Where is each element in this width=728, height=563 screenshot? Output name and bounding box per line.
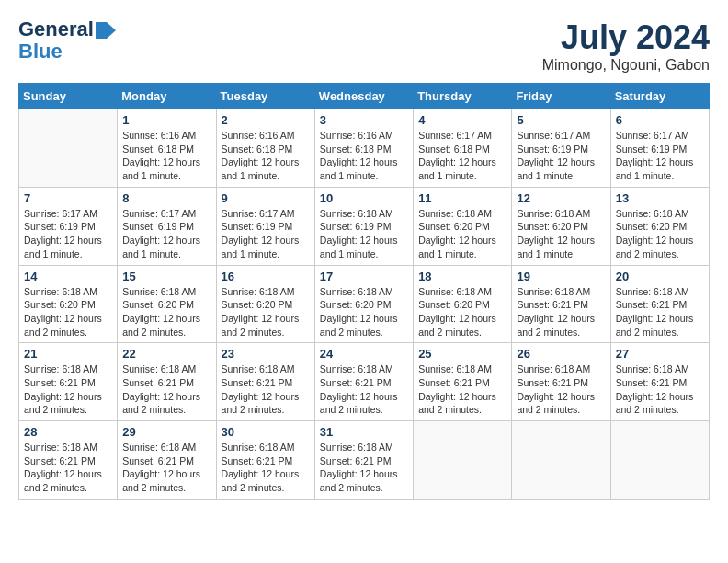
day-number: 15 xyxy=(122,270,210,283)
day-info: Sunrise: 6:18 AMSunset: 6:20 PMDaylight:… xyxy=(418,207,506,261)
calendar-cell xyxy=(19,109,118,188)
day-number: 21 xyxy=(24,347,112,361)
calendar-cell: 14Sunrise: 6:18 AMSunset: 6:20 PMDayligh… xyxy=(19,265,118,343)
calendar-cell: 26Sunrise: 6:18 AMSunset: 6:21 PMDayligh… xyxy=(512,343,610,421)
day-number: 6 xyxy=(616,113,704,127)
day-info: Sunrise: 6:18 AMSunset: 6:21 PMDaylight:… xyxy=(616,362,704,417)
logo-text: General xyxy=(18,18,94,40)
day-info: Sunrise: 6:18 AMSunset: 6:20 PMDaylight:… xyxy=(222,285,310,339)
weekday-header: Friday xyxy=(512,84,610,109)
day-info: Sunrise: 6:17 AMSunset: 6:19 PMDaylight:… xyxy=(222,207,310,261)
day-number: 8 xyxy=(122,191,210,205)
day-info: Sunrise: 6:16 AMSunset: 6:18 PMDaylight:… xyxy=(320,129,408,183)
calendar-cell: 17Sunrise: 6:18 AMSunset: 6:20 PMDayligh… xyxy=(314,265,413,343)
day-number: 9 xyxy=(222,191,310,205)
svg-marker-0 xyxy=(96,22,116,39)
calendar-cell xyxy=(512,421,610,500)
calendar-cell: 1Sunrise: 6:16 AMSunset: 6:18 PMDaylight… xyxy=(118,109,216,188)
day-number: 12 xyxy=(517,191,605,205)
header: General Blue July 2024 Mimongo, Ngouni, … xyxy=(18,18,710,74)
calendar-cell: 10Sunrise: 6:18 AMSunset: 6:19 PMDayligh… xyxy=(314,187,413,265)
day-info: Sunrise: 6:18 AMSunset: 6:19 PMDaylight:… xyxy=(320,207,408,261)
calendar-cell: 8Sunrise: 6:17 AMSunset: 6:19 PMDaylight… xyxy=(118,187,216,265)
day-info: Sunrise: 6:18 AMSunset: 6:21 PMDaylight:… xyxy=(24,362,112,417)
day-info: Sunrise: 6:18 AMSunset: 6:20 PMDaylight:… xyxy=(517,207,605,261)
day-info: Sunrise: 6:18 AMSunset: 6:20 PMDaylight:… xyxy=(24,285,112,339)
calendar-cell: 15Sunrise: 6:18 AMSunset: 6:20 PMDayligh… xyxy=(118,265,216,343)
title-area: July 2024 Mimongo, Ngouni, Gabon xyxy=(542,18,710,74)
day-number: 20 xyxy=(616,270,704,283)
calendar-cell: 6Sunrise: 6:17 AMSunset: 6:19 PMDaylight… xyxy=(610,109,709,188)
day-number: 11 xyxy=(418,191,506,205)
calendar-cell: 18Sunrise: 6:18 AMSunset: 6:20 PMDayligh… xyxy=(414,265,512,343)
weekday-header: Thursday xyxy=(414,84,512,109)
day-number: 10 xyxy=(320,191,408,205)
day-number: 31 xyxy=(320,425,408,439)
day-number: 24 xyxy=(320,347,408,361)
calendar-week-row: 1Sunrise: 6:16 AMSunset: 6:18 PMDaylight… xyxy=(19,109,710,188)
day-number: 23 xyxy=(222,347,310,361)
calendar-cell: 11Sunrise: 6:18 AMSunset: 6:20 PMDayligh… xyxy=(414,187,512,265)
logo: General Blue xyxy=(18,18,116,63)
month-title: July 2024 xyxy=(542,18,710,57)
day-number: 28 xyxy=(24,425,112,439)
calendar-week-row: 14Sunrise: 6:18 AMSunset: 6:20 PMDayligh… xyxy=(19,265,710,343)
day-info: Sunrise: 6:18 AMSunset: 6:21 PMDaylight:… xyxy=(222,441,310,495)
calendar-cell: 9Sunrise: 6:17 AMSunset: 6:19 PMDaylight… xyxy=(216,187,314,265)
day-number: 30 xyxy=(222,425,310,439)
day-info: Sunrise: 6:17 AMSunset: 6:19 PMDaylight:… xyxy=(616,129,704,183)
day-number: 4 xyxy=(418,113,506,127)
calendar-cell: 29Sunrise: 6:18 AMSunset: 6:21 PMDayligh… xyxy=(118,421,216,500)
day-info: Sunrise: 6:18 AMSunset: 6:20 PMDaylight:… xyxy=(616,207,704,261)
calendar-cell: 7Sunrise: 6:17 AMSunset: 6:19 PMDaylight… xyxy=(19,187,118,265)
weekday-header: Monday xyxy=(118,84,216,109)
day-info: Sunrise: 6:18 AMSunset: 6:20 PMDaylight:… xyxy=(320,285,408,339)
day-info: Sunrise: 6:16 AMSunset: 6:18 PMDaylight:… xyxy=(122,129,210,183)
day-info: Sunrise: 6:18 AMSunset: 6:21 PMDaylight:… xyxy=(222,362,310,417)
location-title: Mimongo, Ngouni, Gabon xyxy=(542,57,710,74)
calendar-week-row: 28Sunrise: 6:18 AMSunset: 6:21 PMDayligh… xyxy=(19,421,710,500)
calendar-cell: 2Sunrise: 6:16 AMSunset: 6:18 PMDaylight… xyxy=(216,109,314,188)
day-number: 16 xyxy=(222,270,310,283)
calendar-cell: 22Sunrise: 6:18 AMSunset: 6:21 PMDayligh… xyxy=(118,343,216,421)
day-number: 1 xyxy=(122,113,210,127)
calendar-cell xyxy=(414,421,512,500)
calendar-cell: 24Sunrise: 6:18 AMSunset: 6:21 PMDayligh… xyxy=(314,343,413,421)
day-info: Sunrise: 6:18 AMSunset: 6:21 PMDaylight:… xyxy=(320,441,408,495)
day-info: Sunrise: 6:18 AMSunset: 6:21 PMDaylight:… xyxy=(122,362,210,417)
calendar-cell: 21Sunrise: 6:18 AMSunset: 6:21 PMDayligh… xyxy=(19,343,118,421)
day-number: 13 xyxy=(616,191,704,205)
logo-icon xyxy=(96,22,116,39)
day-info: Sunrise: 6:18 AMSunset: 6:21 PMDaylight:… xyxy=(24,441,112,495)
calendar-week-row: 21Sunrise: 6:18 AMSunset: 6:21 PMDayligh… xyxy=(19,343,710,421)
day-info: Sunrise: 6:18 AMSunset: 6:21 PMDaylight:… xyxy=(517,285,605,339)
day-info: Sunrise: 6:16 AMSunset: 6:18 PMDaylight:… xyxy=(222,129,310,183)
day-number: 7 xyxy=(24,191,112,205)
day-info: Sunrise: 6:18 AMSunset: 6:20 PMDaylight:… xyxy=(418,285,506,339)
day-info: Sunrise: 6:17 AMSunset: 6:19 PMDaylight:… xyxy=(122,207,210,261)
calendar-cell: 13Sunrise: 6:18 AMSunset: 6:20 PMDayligh… xyxy=(610,187,709,265)
calendar-cell: 31Sunrise: 6:18 AMSunset: 6:21 PMDayligh… xyxy=(314,421,413,500)
calendar-cell: 30Sunrise: 6:18 AMSunset: 6:21 PMDayligh… xyxy=(216,421,314,500)
day-number: 2 xyxy=(222,113,310,127)
calendar-cell xyxy=(610,421,709,500)
calendar-cell: 27Sunrise: 6:18 AMSunset: 6:21 PMDayligh… xyxy=(610,343,709,421)
day-number: 3 xyxy=(320,113,408,127)
day-number: 17 xyxy=(320,270,408,283)
day-info: Sunrise: 6:18 AMSunset: 6:21 PMDaylight:… xyxy=(122,441,210,495)
calendar-cell: 25Sunrise: 6:18 AMSunset: 6:21 PMDayligh… xyxy=(414,343,512,421)
day-info: Sunrise: 6:18 AMSunset: 6:20 PMDaylight:… xyxy=(122,285,210,339)
calendar-cell: 4Sunrise: 6:17 AMSunset: 6:18 PMDaylight… xyxy=(414,109,512,188)
calendar-cell: 23Sunrise: 6:18 AMSunset: 6:21 PMDayligh… xyxy=(216,343,314,421)
calendar-cell: 3Sunrise: 6:16 AMSunset: 6:18 PMDaylight… xyxy=(314,109,413,188)
day-info: Sunrise: 6:17 AMSunset: 6:18 PMDaylight:… xyxy=(418,129,506,183)
calendar-cell: 5Sunrise: 6:17 AMSunset: 6:19 PMDaylight… xyxy=(512,109,610,188)
calendar-header-row: SundayMondayTuesdayWednesdayThursdayFrid… xyxy=(19,84,710,109)
day-number: 18 xyxy=(418,270,506,283)
day-number: 26 xyxy=(517,347,605,361)
calendar-week-row: 7Sunrise: 6:17 AMSunset: 6:19 PMDaylight… xyxy=(19,187,710,265)
calendar-cell: 16Sunrise: 6:18 AMSunset: 6:20 PMDayligh… xyxy=(216,265,314,343)
day-number: 27 xyxy=(616,347,704,361)
day-info: Sunrise: 6:18 AMSunset: 6:21 PMDaylight:… xyxy=(418,362,506,417)
logo-blue: Blue xyxy=(18,40,63,63)
